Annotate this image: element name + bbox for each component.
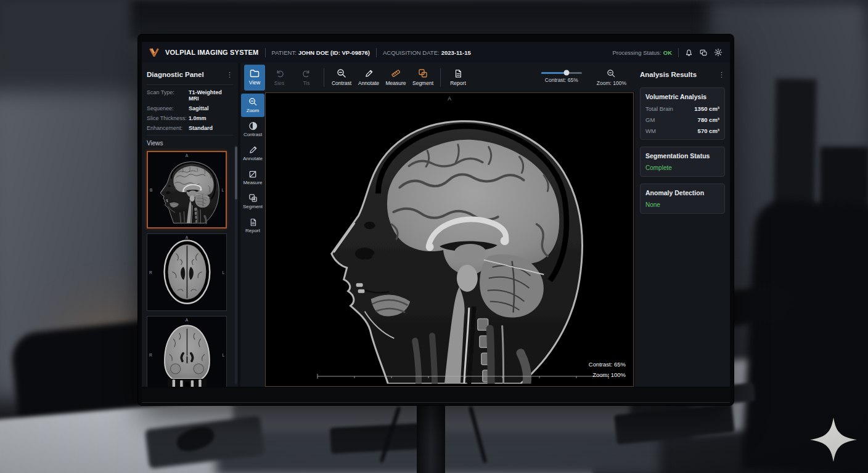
- measure-icon: [248, 169, 258, 179]
- gear-icon[interactable]: [714, 48, 723, 57]
- view-thumbnail-coronal[interactable]: A R L: [147, 316, 227, 387]
- orientation-label: L: [221, 188, 224, 192]
- undo-button: Sies: [266, 65, 292, 91]
- scale-ruler: [315, 373, 611, 380]
- office-scene: VOLPIAL IMAGING SYSTEM PATIENT:JOHN DOE …: [0, 0, 868, 473]
- sagittal-mri-image: [274, 95, 617, 384]
- ruler-icon: [391, 68, 401, 78]
- acquisition-info: ACQUISITION DATE:2023-11-15: [383, 49, 471, 56]
- orientation-label: L: [222, 353, 224, 357]
- view-button[interactable]: View: [244, 65, 265, 91]
- viewer-overlay: Contrast: 65% Zoom: 100%: [589, 359, 626, 380]
- card-title: Volumetric Analysis: [645, 93, 719, 100]
- monitor: VOLPIAL IMAGING SYSTEM PATIENT:JOHN DOE …: [138, 34, 734, 405]
- overlay-zoom: Zoom: 100%: [589, 370, 626, 380]
- acoustic-panel: [0, 0, 131, 106]
- segment-icon: [248, 193, 258, 203]
- pencil-icon: [248, 145, 258, 155]
- orientation-label: R: [149, 270, 152, 275]
- segmentation-status-card: Segmentation Status Complete: [640, 147, 725, 177]
- orientation-label: A: [186, 235, 188, 240]
- divider: [376, 48, 377, 57]
- bell-icon[interactable]: [685, 49, 693, 57]
- contrast-button[interactable]: Contrast: [329, 65, 354, 91]
- processing-status: Processing Status:OK: [613, 49, 672, 56]
- orientation-label: A: [186, 318, 188, 322]
- segment-icon: [418, 68, 428, 78]
- view-thumbnail-sagittal[interactable]: A B L: [147, 151, 227, 228]
- mri-viewer[interactable]: A Contrast: 65% Zoom: 100%: [265, 92, 634, 387]
- redo-icon: [302, 69, 311, 78]
- pencil-icon: [364, 69, 374, 78]
- field-scan-type: Scan Type:T1-Weighted MRI: [147, 89, 233, 102]
- contrast-tool-button[interactable]: Contrast: [241, 118, 264, 141]
- app-title: VOLPIAL IMAGING SYSTEM: [165, 49, 259, 56]
- undo-icon: [275, 69, 284, 78]
- volumetric-row: Total Brain1350 cm³: [645, 105, 719, 112]
- segment-tool-button[interactable]: Segment: [241, 190, 264, 213]
- views-section-title: Views: [147, 140, 233, 147]
- annotate-tool-button[interactable]: Annotate: [241, 142, 264, 165]
- view-thumbnail-axial[interactable]: A R L: [147, 233, 227, 311]
- zoom-out-icon: [337, 68, 346, 78]
- volumetric-row: WM570 cm³: [645, 127, 719, 134]
- redo-button: Tis: [293, 65, 319, 91]
- zoom-out-icon: [607, 69, 616, 78]
- side-toolbar: Zoom Contrast Annotate Measure Segment: [240, 92, 265, 387]
- card-title: Segmentation Status: [645, 152, 719, 160]
- toolbar-divider: [440, 68, 441, 87]
- report-button[interactable]: Report: [445, 65, 471, 91]
- sparkle-watermark-icon: [809, 416, 858, 463]
- slider-fill: [541, 72, 567, 74]
- diagnostic-panel-title: Diagnostic Panel: [147, 71, 204, 78]
- zoom-readout: Zoom: 100%: [597, 80, 626, 86]
- zoom-control[interactable]: Zoom: 100%: [597, 69, 626, 86]
- app-window: VOLPIAL IMAGING SYSTEM PATIENT:JOHN DOE …: [142, 42, 730, 387]
- measure-tool-button[interactable]: Measure: [241, 166, 264, 189]
- toolbar-divider: [324, 68, 324, 87]
- field-slice-thickness: Slice Thickness:1.0mm: [147, 115, 233, 121]
- patient-info: PATIENT:JOHN DOE (ID: VP-09876): [272, 49, 370, 56]
- scrollbar-thumb[interactable]: [235, 147, 237, 200]
- screens-icon[interactable]: [699, 49, 708, 57]
- divider: [147, 84, 233, 85]
- views-scrollbar[interactable]: [235, 145, 237, 384]
- measure-button[interactable]: Measure: [383, 65, 409, 91]
- monitor-bezel-chin: [142, 388, 730, 403]
- annotate-button[interactable]: Annotate: [356, 65, 382, 91]
- divider: [678, 48, 679, 57]
- monitor-stand: [417, 404, 445, 473]
- diagnostic-panel: Diagnostic Panel ⋮ Scan Type:T1-Weighted…: [142, 63, 238, 387]
- anomaly-detection-value: None: [645, 201, 719, 208]
- divider: [265, 48, 266, 57]
- volumetric-row: GM780 cm³: [645, 116, 719, 123]
- brand-logo-icon: [149, 48, 159, 57]
- analysis-panel: Analysis Results ⋮ Volumetric Analysis T…: [635, 63, 730, 387]
- sagittal-mri-thumbnail: [150, 153, 224, 225]
- analysis-panel-title: Analysis Results: [640, 71, 697, 78]
- contrast-slider[interactable]: [541, 72, 582, 74]
- field-enhancement: Enhancement:Standard: [147, 125, 233, 131]
- main-toolbar: View Sies Tis Contrast Annotate: [240, 63, 635, 92]
- orientation-label: B: [150, 188, 152, 192]
- orientation-label: R: [149, 353, 152, 357]
- segment-button[interactable]: Segment: [410, 65, 436, 91]
- contrast-readout: Contrast: 65%: [545, 77, 578, 83]
- report-tool-button[interactable]: Report: [241, 214, 264, 237]
- orientation-label: L: [222, 270, 224, 275]
- orientation-label: A: [186, 153, 188, 158]
- panel-menu-icon[interactable]: ⋮: [226, 71, 233, 79]
- overlay-contrast: Contrast: 65%: [589, 359, 626, 370]
- axial-mri-thumbnail: [149, 235, 225, 309]
- slider-thumb[interactable]: [563, 70, 569, 76]
- zoom-tool-button[interactable]: Zoom: [241, 94, 264, 117]
- app-header: VOLPIAL IMAGING SYSTEM PATIENT:JOHN DOE …: [142, 42, 730, 63]
- field-sequence: Sequenee:Sagittal: [147, 105, 233, 111]
- volumetric-analysis-card: Volumetric Analysis Total Brain1350 cm³ …: [640, 87, 725, 140]
- panel-menu-icon[interactable]: ⋮: [718, 71, 725, 79]
- folder-icon: [250, 69, 260, 78]
- anomaly-detection-card: Anomaly Detection None: [640, 184, 725, 214]
- contrast-icon: [248, 121, 258, 131]
- zoom-out-icon: [248, 97, 258, 107]
- divider: [147, 135, 233, 135]
